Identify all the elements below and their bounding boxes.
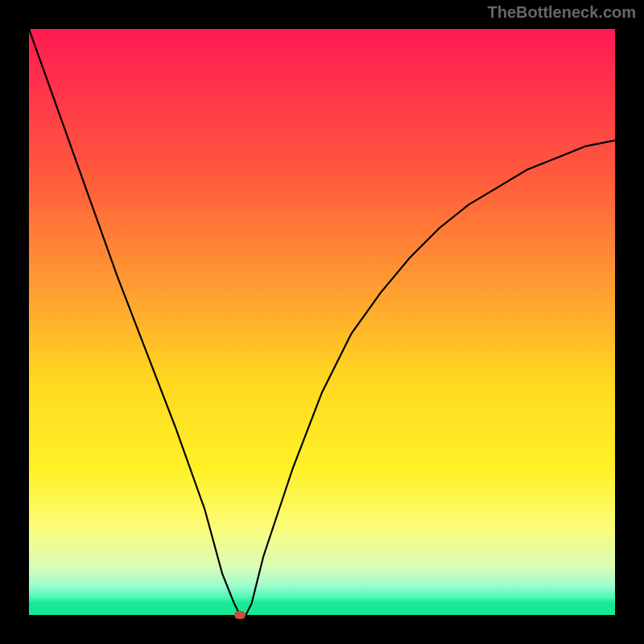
bottleneck-curve: [29, 29, 615, 615]
min-marker: [234, 611, 246, 619]
watermark-text: TheBottleneck.com: [488, 3, 636, 22]
plot-area: [29, 29, 615, 615]
